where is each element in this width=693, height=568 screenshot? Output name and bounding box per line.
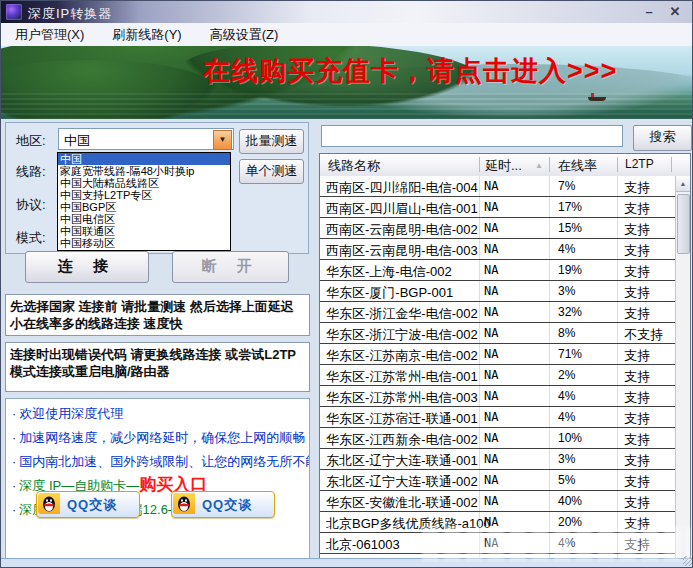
table-row[interactable]: 华东区-江苏宿迁-联通-001NA4%支持: [320, 407, 678, 428]
cell-delay: NA: [484, 368, 498, 382]
cell-online-rate: 71%: [558, 347, 582, 361]
cell-l2tp: 支持: [624, 221, 650, 239]
app-icon: [6, 4, 22, 20]
header-l2tp[interactable]: L2TP: [625, 157, 654, 171]
table-row[interactable]: 华东区-厦门-BGP-001NA3%支持: [320, 281, 678, 302]
cell-line-name: 华东区-安徽淮北-联通-002: [326, 494, 478, 512]
cell-line-name: 华东区-江苏南京-电信-002: [326, 347, 478, 365]
cell-l2tp: 支持: [624, 305, 650, 323]
cell-delay: NA: [484, 347, 498, 361]
cell-l2tp: 支持: [624, 200, 650, 218]
mode-label: 模式:: [16, 229, 46, 247]
cell-online-rate: 4%: [558, 410, 575, 424]
menu-refresh-lines[interactable]: 刷新线路(Y): [98, 23, 195, 46]
header-online-rate[interactable]: 在线率: [558, 157, 597, 175]
cell-line-name: 华东区-浙江宁波-电信-002: [326, 326, 478, 344]
table-row[interactable]: 华东区-江苏常州-电信-001NA2%支持: [320, 365, 678, 386]
minimize-button[interactable]: –: [638, 3, 660, 20]
table-row[interactable]: 华东区-浙江金华-电信-002NA32%支持: [320, 302, 678, 323]
line-table-body: 西南区-四川绵阳-电信-004NA7%支持西南区-四川眉山-电信-001NA17…: [320, 176, 678, 561]
sort-arrow-icon[interactable]: ▲: [535, 161, 543, 170]
region-combobox[interactable]: 中国 ▼: [58, 128, 234, 150]
cell-delay: NA: [484, 284, 498, 298]
table-row[interactable]: 华东区-安徽淮北-联通-002NA40%支持: [320, 491, 678, 512]
menu-advanced-settings[interactable]: 高级设置(Z): [196, 23, 293, 46]
table-row[interactable]: 西南区-四川眉山-电信-001NA17%支持: [320, 197, 678, 218]
cell-online-rate: 19%: [558, 263, 582, 277]
cell-l2tp: 不支持: [624, 326, 663, 344]
cell-online-rate: 40%: [558, 494, 582, 508]
search-button[interactable]: 搜索: [633, 125, 692, 151]
bullet-dot: ·: [12, 502, 16, 517]
qq-chat-label: QQ交谈: [202, 496, 252, 514]
line-label: 线路:: [16, 163, 46, 181]
scrollbar-thumb[interactable]: [677, 194, 690, 254]
cell-delay: NA: [484, 242, 498, 256]
cell-delay: NA: [484, 452, 498, 466]
dropdown-item[interactable]: 中国电信区: [58, 213, 230, 225]
cell-l2tp: 支持: [624, 368, 650, 386]
chevron-down-icon[interactable]: ▼: [213, 130, 232, 150]
cell-l2tp: 支持: [624, 263, 650, 281]
table-row[interactable]: 北京-061003NA4%支持: [320, 533, 678, 554]
bullet-dot: ·: [12, 430, 16, 445]
info-text: 国内南北加速、国外跨域限制、让您的网络无所不能: [19, 454, 310, 469]
cell-line-name: 华东区-浙江金华-电信-002: [326, 305, 478, 323]
resize-grip[interactable]: [683, 556, 693, 566]
menu-user-management[interactable]: 用户管理(X): [1, 23, 98, 46]
close-button[interactable]: ✕: [664, 3, 686, 20]
table-row[interactable]: 西南区-云南昆明-电信-003NA4%支持: [320, 239, 678, 260]
dropdown-item[interactable]: 中国BGP区: [58, 201, 230, 213]
scroll-up-icon[interactable]: ▲: [676, 176, 690, 192]
cell-online-rate: 10%: [558, 431, 582, 445]
info-bullet: ·欢迎使用深度代理: [12, 403, 309, 423]
cell-delay: NA: [484, 305, 498, 319]
disconnect-button: 断 开: [172, 251, 289, 283]
search-input[interactable]: [321, 125, 623, 147]
cell-l2tp: 支持: [624, 473, 650, 491]
protocol-label: 协议:: [16, 196, 46, 214]
cell-delay: NA: [484, 389, 498, 403]
cell-online-rate: 3%: [558, 452, 575, 466]
table-row[interactable]: 东北区-辽宁大连-联通-001NA3%支持: [320, 449, 678, 470]
header-line-name[interactable]: 线路名称: [328, 157, 380, 175]
table-row[interactable]: 西南区-云南昆明-电信-002NA15%支持: [320, 218, 678, 239]
table-scrollbar[interactable]: ▲: [675, 176, 690, 561]
menu-bar: 用户管理(X) 刷新线路(Y) 高级设置(Z): [1, 23, 693, 47]
cell-line-name: 西南区-四川绵阳-电信-004: [326, 179, 478, 197]
cell-online-rate: 4%: [558, 242, 575, 256]
table-row[interactable]: 华东区-江西新余-电信-002NA10%支持: [320, 428, 678, 449]
dropdown-item[interactable]: 中国移动区: [58, 237, 230, 249]
cell-l2tp: 支持: [624, 179, 650, 197]
connect-button[interactable]: 连 接: [25, 251, 149, 283]
dropdown-item[interactable]: 中国支持L2TP专区: [58, 189, 230, 201]
table-row[interactable]: 华东区-上海-电信-002NA19%支持: [320, 260, 678, 281]
qq-chat-button-2[interactable]: QQ交谈: [171, 491, 275, 518]
banner-link-text[interactable]: 在线购买充值卡，请点击进入>>>: [203, 53, 617, 89]
cell-line-name: 东北区-辽宁大连-联通-002: [326, 473, 478, 491]
bullet-dot: ·: [12, 478, 16, 493]
table-row[interactable]: 华东区-浙江宁波-电信-002NA8%不支持: [320, 323, 678, 344]
batch-speedtest-button[interactable]: 批量测速: [239, 129, 304, 154]
dropdown-item[interactable]: 中国: [58, 153, 230, 165]
table-row[interactable]: 华东区-江苏常州-电信-003NA4%支持: [320, 386, 678, 407]
dropdown-item[interactable]: 家庭宽带线路-隔48小时换ip: [58, 165, 230, 177]
single-speedtest-button[interactable]: 单个测速: [239, 159, 304, 184]
promo-banner[interactable]: 在线购买充值卡，请点击进入>>>: [1, 46, 693, 119]
dropdown-item[interactable]: 中国大陆精品线路区: [58, 177, 230, 189]
table-row[interactable]: 北京BGP多线优质线路-a100NA20%支持: [320, 512, 678, 533]
cell-delay: NA: [484, 263, 498, 277]
cell-line-name: 华东区-江苏常州-电信-001: [326, 368, 478, 386]
cell-l2tp: 支持: [624, 284, 650, 302]
cell-l2tp: 支持: [624, 536, 650, 554]
window-title: 深度IP转换器: [28, 5, 112, 23]
table-row[interactable]: 西南区-四川绵阳-电信-004NA7%支持: [320, 176, 678, 197]
qq-chat-button-1[interactable]: QQ交谈: [36, 491, 140, 518]
dropdown-item[interactable]: 中国联通区: [58, 225, 230, 237]
cell-online-rate: 17%: [558, 200, 582, 214]
table-row[interactable]: 华东区-江苏南京-电信-002NA71%支持: [320, 344, 678, 365]
cell-l2tp: 支持: [624, 494, 650, 512]
header-delay[interactable]: 延时...: [485, 157, 522, 175]
bullet-dot: ·: [12, 406, 16, 421]
table-row[interactable]: 东北区-辽宁大连-联通-002NA5%支持: [320, 470, 678, 491]
